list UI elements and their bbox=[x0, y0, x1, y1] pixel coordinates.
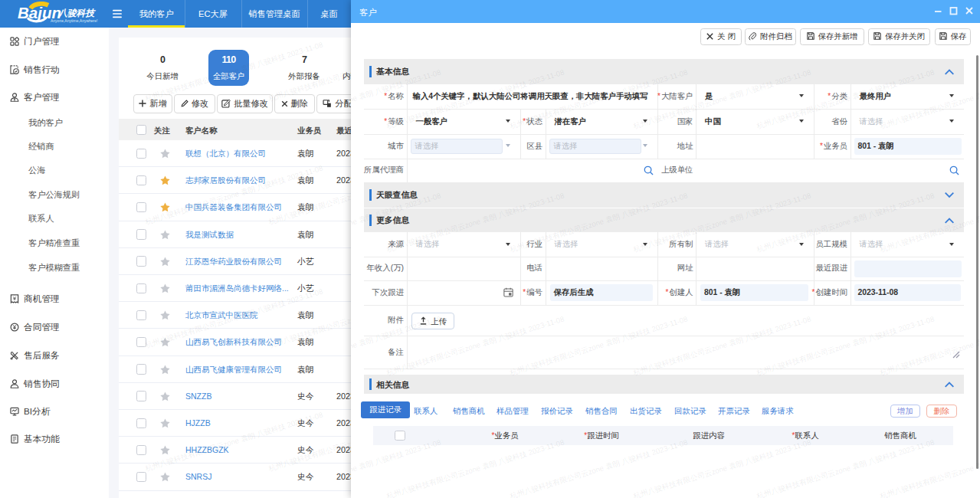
svg-text:Anyone,Anytime,Anywhere!: Anyone,Anytime,Anywhere! bbox=[51, 18, 97, 23]
svg-text:八骏科技: 八骏科技 bbox=[57, 8, 96, 18]
